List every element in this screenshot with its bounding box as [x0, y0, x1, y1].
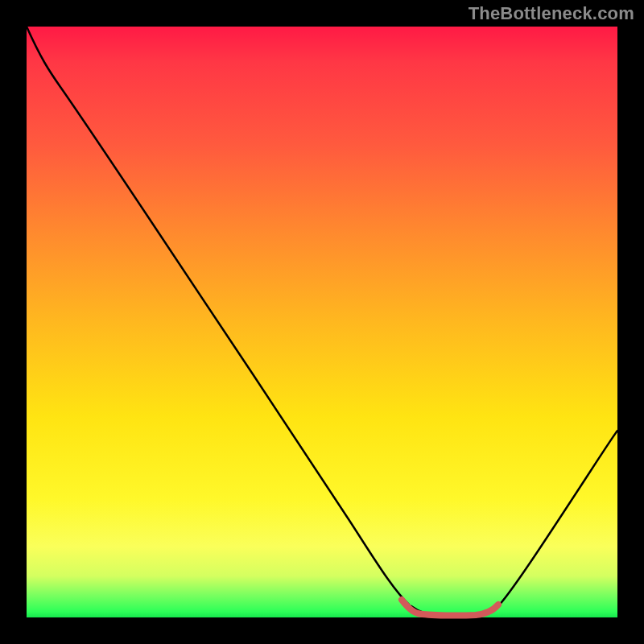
- chart-svg: [27, 27, 617, 617]
- bottleneck-curve: [27, 27, 617, 615]
- optimal-marker: [402, 600, 498, 616]
- chart-frame: TheBottleneck.com: [0, 0, 644, 644]
- watermark-text: TheBottleneck.com: [469, 3, 634, 24]
